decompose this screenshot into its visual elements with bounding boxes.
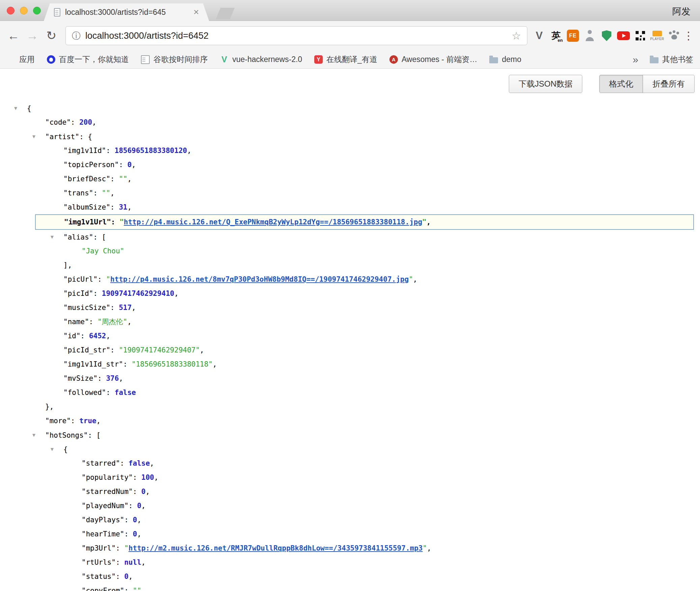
profile-name[interactable]: 阿发 <box>672 5 691 18</box>
new-tab-button[interactable] <box>216 8 235 19</box>
json-url-link[interactable]: http://m2.music.126.net/RMJR7wDullRqppBk… <box>128 544 422 552</box>
zoom-window-button[interactable] <box>33 7 41 14</box>
json-number: 19097417462929410 <box>102 289 174 298</box>
json-string: "Jay Chou" <box>82 247 124 255</box>
json-colon: : <box>110 175 119 183</box>
back-button[interactable]: ← <box>4 29 23 43</box>
json-key: "picId_str" <box>63 346 110 354</box>
vimium-icon[interactable]: V <box>532 29 546 43</box>
browser-menu-icon[interactable]: ⋮ <box>681 29 696 42</box>
bookmark-label: vue-hackernews-2.0 <box>232 55 302 64</box>
json-key: "mp3Url" <box>82 544 116 552</box>
json-comma: , <box>200 346 204 354</box>
json-line: "albumSize": 31, <box>0 200 700 214</box>
json-colon: : <box>89 318 97 326</box>
site-info-icon[interactable]: ⓘ <box>72 30 81 42</box>
bookmark-apps[interactable]: 应用 <box>7 54 35 65</box>
person-silhouette-icon[interactable] <box>583 29 597 43</box>
json-comma: , <box>213 360 217 368</box>
json-comma: , <box>146 488 150 496</box>
json-line: "popularity": 100, <box>0 470 700 485</box>
json-line: "hearTime": 0, <box>0 527 700 541</box>
download-json-button[interactable]: 下载JSON数据 <box>509 75 582 93</box>
close-window-button[interactable] <box>7 7 14 14</box>
browser-tab[interactable]: localhost:3000/artists?id=645 × <box>44 3 209 21</box>
json-comma: , <box>127 203 132 211</box>
url-text[interactable]: localhost:3000/artists?id=6452 <box>85 31 507 41</box>
bookmark-youdao-translate[interactable]: Y在线翻译_有道 <box>314 54 377 65</box>
json-key: "followed" <box>63 388 106 397</box>
bookmarks-overflow-icon[interactable]: » <box>633 54 638 65</box>
json-comma: , <box>110 189 115 197</box>
fehelper-icon[interactable]: FE <box>566 29 580 43</box>
json-comma: , <box>174 289 179 298</box>
player-icon[interactable]: PLAYER <box>650 29 664 43</box>
youtube-icon[interactable] <box>616 29 631 43</box>
page-icon <box>141 55 150 64</box>
bookmark-vue-hackernews[interactable]: Vvue-hackernews-2.0 <box>220 55 302 64</box>
json-key: "picId" <box>63 289 93 298</box>
collapse-toggle-icon[interactable]: ▼ <box>51 442 63 456</box>
json-close-bracket: ], <box>63 261 72 269</box>
bookmark-google-time-sort[interactable]: 谷歌按时间排序 <box>141 54 208 65</box>
json-comma: , <box>128 572 133 581</box>
json-key: "hotSongs" <box>45 431 88 439</box>
folder-icon <box>489 57 498 63</box>
youdao-icon: Y <box>314 55 323 64</box>
bookmark-demo-folder[interactable]: demo <box>489 55 521 64</box>
json-key: "img1v1Url" <box>64 218 111 226</box>
minimize-window-button[interactable] <box>20 7 28 14</box>
json-key: "starred" <box>82 459 120 467</box>
collapse-toggle-icon[interactable]: ▼ <box>51 230 63 244</box>
json-line: ▼"hotSongs": [ <box>0 428 700 442</box>
vue-icon: V <box>220 55 229 64</box>
address-bar[interactable]: ⓘ localhost:3000/artists?id=6452 ☆ <box>65 26 527 45</box>
word-translate-icon[interactable]: 英en <box>549 29 563 43</box>
json-key: "alias" <box>63 233 93 241</box>
reload-button[interactable]: ↻ <box>42 29 61 43</box>
tab-close-icon[interactable]: × <box>194 7 199 17</box>
json-url-link[interactable]: http://p4.music.126.net/Q_ExePNkmqB2yWyL… <box>124 218 422 226</box>
paw-icon[interactable] <box>667 29 681 43</box>
json-key: "topicPerson" <box>63 161 119 169</box>
collapse-all-button[interactable]: 折叠所有 <box>643 75 695 93</box>
apps-icon <box>7 55 16 64</box>
json-key: "dayPlays" <box>82 516 124 524</box>
bookmark-star-icon[interactable]: ☆ <box>512 30 521 42</box>
json-comma: , <box>137 530 141 538</box>
json-number: 0 <box>133 516 137 524</box>
json-number: 31 <box>119 203 127 211</box>
bookmarks-right: » 其他书签 <box>633 54 693 65</box>
json-colon: : <box>111 218 119 226</box>
extensions-area: V英enFEPLAYER <box>532 29 681 43</box>
json-line: "mp3Url": "http://m2.music.126.net/RMJR7… <box>0 541 700 555</box>
json-comma: , <box>150 459 154 467</box>
folder-icon <box>650 57 659 63</box>
json-colon: : <box>97 275 106 283</box>
bookmark-label: Awesomes - 前端资… <box>402 54 477 65</box>
qrcode-icon[interactable] <box>633 29 647 43</box>
json-key: "hearTime" <box>82 530 124 538</box>
json-open-brace: { <box>88 133 92 141</box>
json-key: "mvSize" <box>63 374 97 382</box>
collapse-toggle-icon[interactable]: ▼ <box>32 428 45 442</box>
json-colon: : <box>81 332 89 340</box>
collapse-toggle-icon[interactable]: ▼ <box>32 129 45 144</box>
bookmark-awesomes[interactable]: AAwesomes - 前端资… <box>389 54 477 65</box>
json-url-link[interactable]: http://p4.music.126.net/8mv7qP30Pd3oHW8b… <box>110 275 409 283</box>
json-key: "code" <box>45 118 71 126</box>
collapse-toggle-icon[interactable]: ▼ <box>14 101 27 115</box>
json-line: "img1v1Id_str": "18569651883380118", <box>0 357 700 371</box>
bookmark-baidu[interactable]: 百度一下，你就知道 <box>47 54 129 65</box>
other-bookmarks-folder[interactable]: 其他书签 <box>650 54 693 65</box>
shield-icon[interactable] <box>600 29 614 43</box>
json-colon: : <box>93 289 102 298</box>
json-colon: : <box>124 530 133 538</box>
json-comma: , <box>127 318 132 326</box>
json-colon: : <box>110 346 119 354</box>
json-line: "img1v1Id": 18569651883380120, <box>0 144 700 158</box>
json-comma: , <box>141 587 146 591</box>
json-line: "briefDesc": "", <box>0 172 700 186</box>
json-comma: , <box>132 304 136 312</box>
format-button[interactable]: 格式化 <box>599 75 643 93</box>
